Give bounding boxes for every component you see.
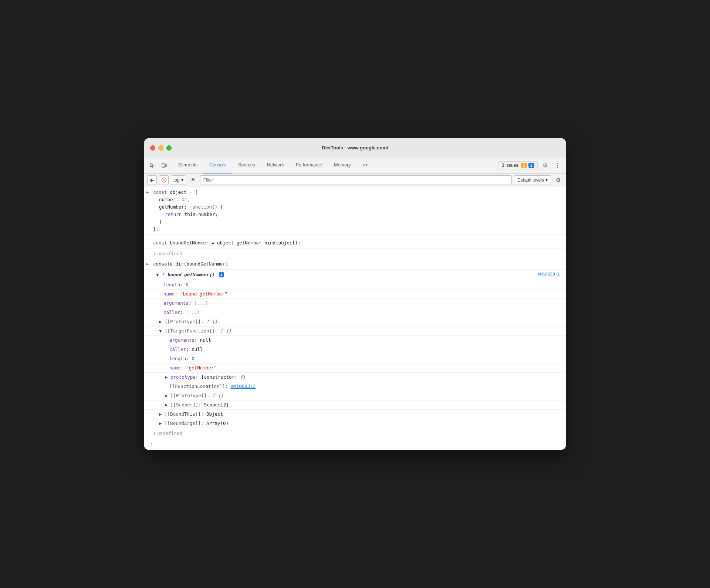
prop-name: name: "bound getNumber" — [144, 290, 566, 299]
code-line: number: 42, — [153, 196, 563, 203]
tf-name: name: "getNumber" — [144, 364, 566, 373]
window-title: DevTools - www.google.com/ — [322, 145, 388, 151]
prop-target-fn: ▼ [[TargetFunction]]: f () — [144, 327, 566, 336]
expand-toggle[interactable]: ▶ — [146, 189, 149, 195]
tab-network[interactable]: Network — [261, 158, 290, 173]
vm-link-1[interactable]: VM10659:1 — [538, 271, 560, 278]
inspect-element-button[interactable] — [147, 160, 158, 170]
svg-rect-1 — [165, 164, 167, 167]
tf-caller: caller: null — [144, 345, 566, 354]
nav-right: 3 Issues: 1 2 ⚙ ⋮ — [498, 160, 563, 170]
nav-tabs: Elements Console Sources Network Perform… — [172, 158, 498, 173]
tab-console[interactable]: Console — [203, 158, 232, 173]
traffic-lights — [150, 145, 172, 151]
collapse-toggle[interactable]: ▶ — [159, 411, 165, 417]
prop-arguments: arguments: (...) — [144, 299, 566, 308]
prop-bound-args: ▶ [[BoundArgs]]: Array(0) — [144, 419, 566, 428]
info-badge: 2 — [528, 163, 534, 168]
console-entry-dir: ▶ console.dir(boundGetNunmer) — [144, 259, 566, 270]
tab-performance[interactable]: Performance — [290, 158, 328, 173]
code-line: } — [153, 218, 563, 226]
titlebar: DevTools - www.google.com/ — [144, 138, 566, 158]
prop-prototype: ▶ [[Prototype]]: f () — [144, 317, 566, 327]
console-entry-bound: const boundGetNunmer = object.getNumber.… — [144, 238, 566, 249]
console-tree-root: VM10659:1 ▼ f bound getNumber() i — [144, 270, 566, 280]
collapse-toggle[interactable]: ▼ — [159, 328, 165, 334]
live-expressions-button[interactable]: 👁 — [188, 175, 198, 185]
dropdown-arrow-icon: ▾ — [181, 178, 183, 183]
prop-bound-this: ▶ [[BoundThis]]: Object — [144, 410, 566, 419]
tf-length: length: 0 — [144, 354, 566, 364]
code-line: getNumber: function() { — [153, 203, 563, 211]
vm-link-2[interactable]: VM10603:3 — [231, 383, 256, 389]
tf-prototype: ▶ prototype: {constructor: f} — [144, 373, 566, 382]
run-button[interactable]: ▶ — [147, 175, 157, 185]
more-options-button[interactable]: ⋮ — [552, 160, 563, 170]
tf-arguments: arguments: null — [144, 336, 566, 345]
collapse-toggle[interactable]: ▶ — [159, 420, 165, 426]
log-levels-dropdown[interactable]: Default levels ▾ — [514, 175, 551, 185]
minimize-button[interactable] — [158, 145, 163, 151]
console-output: ▶ const object = { number: 42, getNumber… — [144, 187, 566, 450]
tab-more[interactable]: >> — [356, 158, 374, 173]
tab-sources[interactable]: Sources — [232, 158, 261, 173]
clear-button[interactable]: 🚫 — [159, 175, 169, 185]
tab-elements[interactable]: Elements — [172, 158, 203, 173]
console-prompt[interactable]: › — [144, 439, 566, 450]
console-result-undefined1: ❮undefined — [144, 249, 566, 259]
console-settings-button[interactable]: ⚙ — [553, 175, 563, 185]
dropdown-arrow-icon: ▾ — [545, 178, 548, 183]
warn-badge: 1 — [521, 163, 527, 168]
info-icon[interactable]: i — [219, 272, 224, 277]
maximize-button[interactable] — [166, 145, 172, 151]
devtools-window: DevTools - www.google.com/ — [144, 138, 566, 450]
issues-badge[interactable]: 3 Issues: 1 2 — [498, 161, 538, 169]
tf-scopes: ▶ [[Scopes]]: Scopes[2] — [144, 401, 566, 410]
nav-icons — [147, 160, 169, 170]
expand-toggle-dir[interactable]: ▶ — [146, 261, 149, 267]
settings-button[interactable]: ⚙ — [540, 160, 550, 170]
filter-input[interactable] — [200, 175, 512, 185]
devtools-panel: Elements Console Sources Network Perform… — [144, 158, 566, 450]
toolbar2: ▶ 🚫 top ▾ 👁 Default levels ▾ ⚙ — [144, 174, 566, 187]
tf-proto2: ▶ [[Prototype]]: f () — [144, 391, 566, 401]
collapse-toggle[interactable]: ▶ — [165, 393, 170, 398]
collapse-toggle[interactable]: ▶ — [159, 319, 165, 324]
collapse-toggle[interactable]: ▶ — [165, 374, 170, 380]
tf-fn-location: [[FunctionLocation]]: VM10603:3 — [144, 382, 566, 391]
console-result-undefined2: ❮undefined — [144, 428, 566, 439]
code-line: return this.number; — [153, 211, 563, 218]
device-toolbar-button[interactable] — [159, 160, 169, 170]
spacer — [144, 235, 566, 238]
console-entry-object: ▶ const object = { number: 42, getNumber… — [144, 187, 566, 235]
collapse-toggle[interactable]: ▶ — [165, 402, 170, 408]
prompt-arrow-icon: › — [150, 440, 153, 448]
prop-caller: caller: (...) — [144, 308, 566, 317]
context-selector[interactable]: top ▾ — [171, 175, 186, 185]
tab-memory[interactable]: Memory — [328, 158, 356, 173]
top-nav: Elements Console Sources Network Perform… — [144, 158, 566, 174]
close-button[interactable] — [150, 145, 155, 151]
prop-length: length: 0 — [144, 280, 566, 290]
